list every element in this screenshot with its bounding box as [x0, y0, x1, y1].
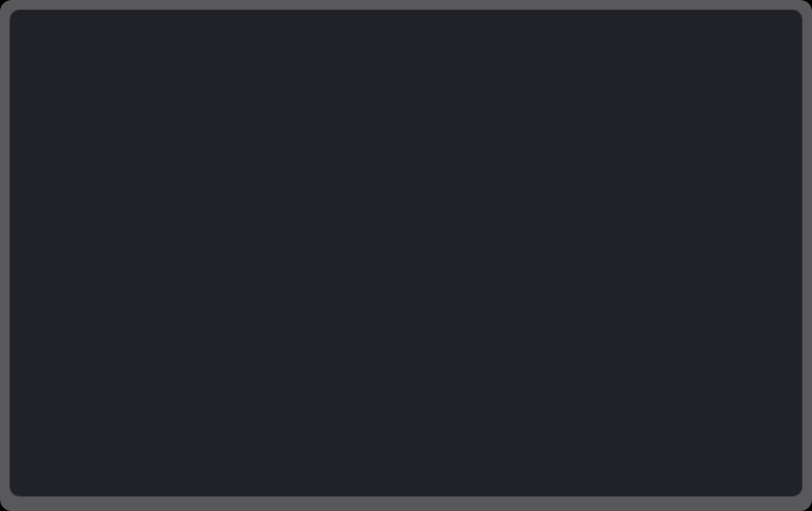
process-table — [165, 162, 798, 461]
htop-terminal — [10, 10, 802, 496]
signal-panel — [14, 162, 155, 461]
function-bar — [10, 461, 802, 479]
window-frame — [0, 0, 812, 511]
